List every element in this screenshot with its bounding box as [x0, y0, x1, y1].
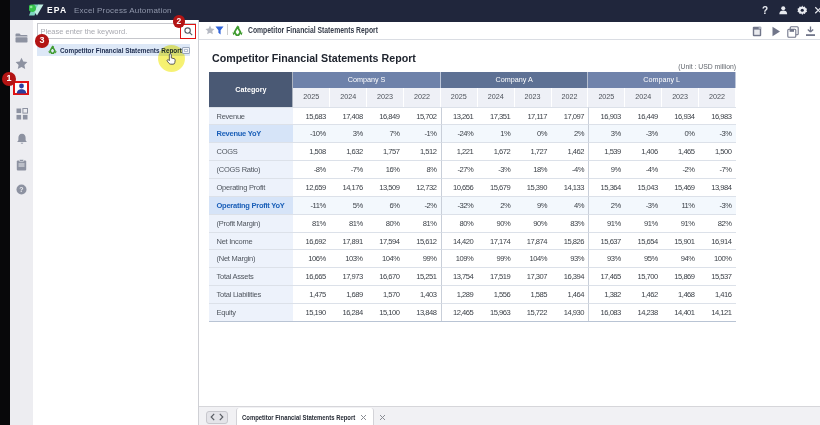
svg-text:?: ?: [19, 186, 23, 193]
